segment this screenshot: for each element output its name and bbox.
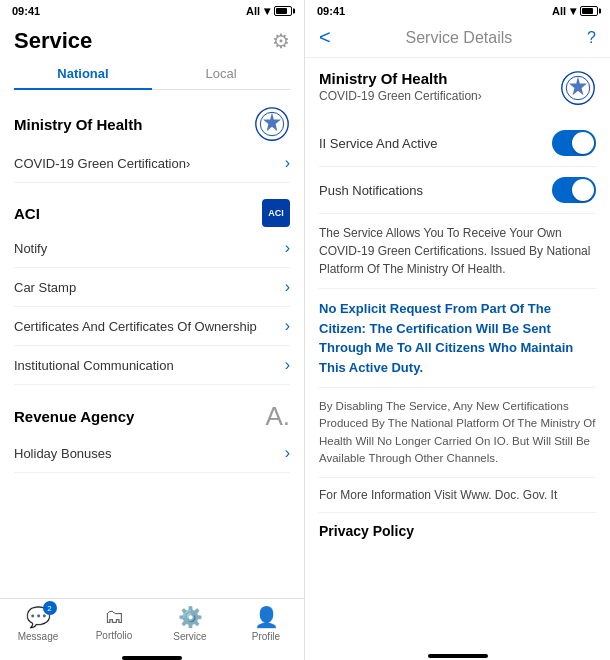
nav-item-service[interactable]: ⚙️ Service <box>152 603 228 642</box>
chevron-right-icon: › <box>285 356 290 374</box>
toggle-row-push: Push Notifications <box>319 167 596 214</box>
toggle-push-notifications[interactable] <box>552 177 596 203</box>
service-list: Ministry Of Health COVID-19 Green Certif… <box>0 90 304 598</box>
group-name-health: Ministry Of Health <box>14 116 142 133</box>
chevron-right-icon: › <box>285 239 290 257</box>
group-header-revenue: Revenue Agency A. <box>14 395 290 434</box>
item-institutional-text: Institutional Communication <box>14 358 285 373</box>
group-aci: ACI ACI Notify › Car Stamp › Certificate… <box>0 183 304 385</box>
right-wifi-icon: ▾ <box>570 4 576 18</box>
message-badge: 2 <box>43 601 57 615</box>
right-title: Service Details <box>406 29 513 47</box>
group-ministry-health: Ministry Of Health COVID-19 Green Certif… <box>0 90 304 183</box>
left-time: 09:41 <box>12 5 40 17</box>
group-revenue: Revenue Agency A. Holiday Bonuses › <box>0 385 304 473</box>
disable-text: By Disabling The Service, Any New Certif… <box>319 388 596 478</box>
home-indicator <box>122 656 182 660</box>
gear-icon[interactable]: ⚙ <box>272 29 290 53</box>
nav-item-message[interactable]: 💬 2 Message <box>0 603 76 642</box>
group-name-aci: ACI <box>14 205 40 222</box>
chevron-right-icon: › <box>285 444 290 462</box>
item-car-stamp[interactable]: Car Stamp › <box>14 268 290 307</box>
right-status-icons: All ▾ <box>552 4 598 18</box>
tab-local[interactable]: Local <box>152 58 290 89</box>
left-status-icons: All ▾ <box>246 4 292 18</box>
message-icon: 💬 2 <box>26 605 51 629</box>
item-notify-text: Notify <box>14 241 285 256</box>
signal-text: All <box>246 5 260 17</box>
item-car-stamp-text: Car Stamp <box>14 280 285 295</box>
toggle-row-service: II Service And Active <box>319 120 596 167</box>
profile-icon: 👤 <box>254 605 279 629</box>
right-battery-icon <box>580 6 598 16</box>
ministry-name: Ministry Of Health <box>319 70 482 87</box>
ministry-info: Ministry Of Health COVID-19 Green Certif… <box>319 70 482 103</box>
right-header: < Service Details ? <box>305 22 610 58</box>
ministry-emblem-icon <box>560 70 596 106</box>
portfolio-icon: 🗂 <box>104 605 124 628</box>
ministry-subtitle: COVID-19 Green Certification› <box>319 89 482 103</box>
right-signal: All <box>552 5 566 17</box>
bottom-nav: 💬 2 Message 🗂 Portfolio ⚙️ Service 👤 Pro… <box>0 598 304 654</box>
right-status-bar: 09:41 All ▾ <box>305 0 610 22</box>
group-header-aci: ACI ACI <box>14 193 290 229</box>
ministry-header: Ministry Of Health COVID-19 Green Certif… <box>319 70 596 106</box>
item-holiday-text: Holiday Bonuses <box>14 446 285 461</box>
highlight-text: No Explicit Request From Part Of The Cit… <box>319 289 596 388</box>
back-button[interactable]: < <box>319 26 331 49</box>
group-header-health: Ministry Of Health <box>14 100 290 144</box>
right-time: 09:41 <box>317 5 345 17</box>
right-home-indicator <box>428 654 488 658</box>
svg-marker-5 <box>569 76 587 95</box>
right-content: Ministry Of Health COVID-19 Green Certif… <box>305 58 610 650</box>
toggle-service-active[interactable] <box>552 130 596 156</box>
service-title: Service <box>14 28 92 54</box>
description-text: The Service Allows You To Receive Your O… <box>319 214 596 289</box>
more-info-text: For More Information Visit Www. Doc. Gov… <box>319 478 596 513</box>
nav-label-portfolio: Portfolio <box>96 630 133 641</box>
item-covid-cert[interactable]: COVID-19 Green Certification› › <box>14 144 290 183</box>
left-status-bar: 09:41 All ▾ <box>0 0 304 22</box>
item-certificates[interactable]: Certificates And Certificates Of Ownersh… <box>14 307 290 346</box>
toggle-service-label: II Service And Active <box>319 136 438 151</box>
svg-marker-2 <box>263 112 281 131</box>
aci-logo-icon: ACI <box>262 199 290 227</box>
chevron-right-icon: › <box>285 278 290 296</box>
service-nav-icon: ⚙️ <box>178 605 203 629</box>
item-holiday[interactable]: Holiday Bonuses › <box>14 434 290 473</box>
item-covid-text: COVID-19 Green Certification› <box>14 156 285 171</box>
group-name-revenue: Revenue Agency <box>14 408 134 425</box>
item-notify[interactable]: Notify › <box>14 229 290 268</box>
item-institutional[interactable]: Institutional Communication › <box>14 346 290 385</box>
left-header: Service ⚙ <box>0 22 304 58</box>
privacy-policy-link[interactable]: Privacy Policy <box>319 513 596 549</box>
right-panel: 09:41 All ▾ < Service Details ? Ministry… <box>305 0 610 660</box>
health-emblem-icon <box>254 106 290 142</box>
toggle-push-label: Push Notifications <box>319 183 423 198</box>
chevron-right-icon: › <box>285 154 290 172</box>
nav-item-portfolio[interactable]: 🗂 Portfolio <box>76 603 152 641</box>
tab-national[interactable]: National <box>14 58 152 89</box>
tabs-row: National Local <box>14 58 290 90</box>
chevron-right-icon: › <box>285 317 290 335</box>
wifi-icon: ▾ <box>264 4 270 18</box>
nav-label-profile: Profile <box>252 631 280 642</box>
left-panel: 09:41 All ▾ Service ⚙ National Local Min… <box>0 0 305 660</box>
battery-icon <box>274 6 292 16</box>
help-button[interactable]: ? <box>587 29 596 47</box>
nav-label-message: Message <box>18 631 59 642</box>
revenue-a-icon: A. <box>265 401 290 432</box>
nav-label-service: Service <box>173 631 206 642</box>
item-certificates-text: Certificates And Certificates Of Ownersh… <box>14 319 285 334</box>
nav-item-profile[interactable]: 👤 Profile <box>228 603 304 642</box>
